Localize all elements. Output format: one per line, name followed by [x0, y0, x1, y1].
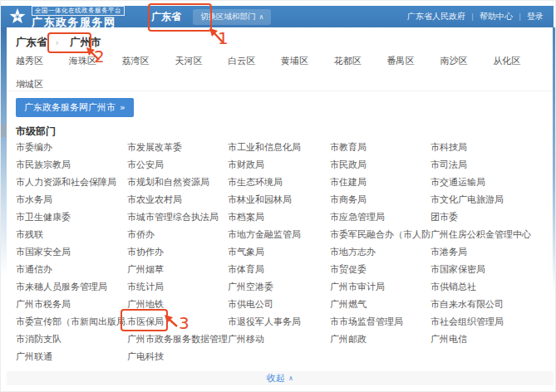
annotation-arrow-1 — [208, 27, 228, 45]
header-link[interactable]: 帮助中心 — [480, 11, 513, 22]
department-link[interactable]: 市港务局 — [431, 243, 539, 261]
department-link[interactable]: 市规划和自然资源局 — [127, 174, 228, 191]
breadcrumb-separator-icon: › — [56, 37, 59, 48]
department-link[interactable]: 市生态环境局 — [228, 174, 330, 191]
header-link[interactable]: 广东省人民政府 — [407, 11, 465, 22]
department-link[interactable]: 市地方志办 — [330, 243, 431, 261]
department-link[interactable]: 广州电信 — [431, 331, 539, 348]
department-link[interactable]: 市民族宗教局 — [16, 156, 127, 174]
department-link[interactable]: 广州烟草 — [127, 261, 228, 278]
department-link[interactable]: 团市委 — [431, 208, 539, 226]
department-link[interactable]: 市发展改革委 — [127, 139, 228, 156]
department-link[interactable]: 市委宣传部（市新闻出版局... — [16, 313, 127, 331]
switch-region-button[interactable]: 切换区域和部门 ∧ — [193, 9, 271, 25]
department-link[interactable]: 广州移动 — [228, 331, 330, 348]
district-tab[interactable]: 黄埔区 — [281, 55, 334, 67]
department-link[interactable]: 广州联通 — [16, 348, 127, 365]
header-link-separator: | — [471, 12, 474, 21]
department-link[interactable]: 市退役军人事务局 — [228, 313, 330, 331]
department-link[interactable]: 市应急管理局 — [330, 208, 431, 226]
department-link[interactable]: 市文化广电旅游局 — [431, 191, 539, 208]
department-link[interactable]: 市档案局 — [228, 208, 330, 226]
annotation-digit-1: 1 — [218, 30, 229, 47]
top-header: 全国一体化在线政务服务平台 广东政务服务网 广东省 切换区域和部门 ∧ 广东省人… — [1, 6, 554, 27]
department-link[interactable]: 市侨办 — [127, 226, 228, 243]
department-link[interactable]: 市教育局 — [330, 139, 431, 156]
department-link[interactable]: 广州市税务局 — [16, 296, 127, 313]
department-link[interactable]: 市体育局 — [228, 261, 330, 278]
portal-button[interactable]: 广东政务服务网广州市 » — [16, 98, 134, 117]
department-link[interactable]: 市委军民融合办（市人防办） — [330, 226, 431, 243]
district-tab[interactable]: 番禺区 — [387, 55, 440, 67]
collapse-label: 收起 — [267, 372, 285, 385]
department-link[interactable]: 市国家保密局 — [431, 261, 539, 278]
department-link[interactable]: 市地方金融监管局 — [228, 226, 330, 243]
department-link[interactable]: 市来穗人员服务管理局 — [16, 278, 127, 296]
department-link[interactable]: 广州住房公积金管理中心 — [431, 226, 539, 243]
site-brand: 全国一体化在线政务服务平台 广东政务服务网 — [32, 6, 125, 27]
collapse-button[interactable]: 收起 ∧ — [262, 371, 298, 385]
breadcrumb-city[interactable]: 广州市 — [67, 36, 101, 50]
left-scrollbar-thumb[interactable] — [1, 124, 7, 137]
department-link[interactable]: 市住建局 — [330, 174, 431, 191]
department-link[interactable]: 市交通运输局 — [431, 174, 539, 191]
district-tab[interactable]: 海珠区 — [69, 55, 122, 67]
department-link[interactable]: 市公安局 — [127, 156, 228, 174]
department-link[interactable]: 市国家安全局 — [16, 243, 127, 261]
right-scrollbar[interactable] — [553, 27, 555, 293]
department-link[interactable]: 市科技局 — [431, 139, 539, 156]
department-link[interactable]: 市财政局 — [228, 156, 330, 174]
department-link[interactable]: 市消防支队 — [16, 331, 127, 348]
site-name: 广东政务服务网 — [32, 17, 125, 27]
department-link[interactable]: 广州市政务服务数据管理局 — [127, 331, 228, 348]
left-scrollbar-track[interactable] — [1, 27, 7, 277]
district-tab[interactable]: 越秀区 — [16, 55, 69, 67]
header-province-label: 广东省 — [151, 10, 181, 24]
department-link[interactable]: 市统计局 — [127, 278, 228, 296]
department-link[interactable]: 市商务局 — [330, 191, 431, 208]
district-tab[interactable]: 白云区 — [228, 55, 281, 67]
department-link[interactable]: 市供电公司 — [228, 296, 330, 313]
department-link[interactable]: 市民政局 — [330, 156, 431, 174]
district-tab[interactable]: 天河区 — [175, 55, 228, 67]
department-link[interactable]: 市通信办 — [16, 261, 127, 278]
double-arrow-icon: » — [120, 102, 125, 113]
department-link[interactable]: 广州空港委 — [228, 278, 330, 296]
chevron-up-icon: ∧ — [259, 13, 264, 21]
department-link[interactable]: 广州地铁 — [127, 296, 228, 313]
department-link[interactable]: 市卫生健康委 — [16, 208, 127, 226]
department-link[interactable]: 市社会组织管理局 — [431, 313, 539, 331]
department-link[interactable]: 市农业农村局 — [127, 191, 228, 208]
department-link[interactable]: 市市场监督管理局 — [330, 313, 431, 331]
district-tab[interactable]: 南沙区 — [440, 55, 493, 67]
department-link[interactable]: 市人力资源和社会保障局 — [16, 174, 127, 191]
department-link[interactable]: 广州市审计局 — [330, 278, 431, 296]
department-link[interactable]: 广州燃气 — [330, 296, 431, 313]
district-tab[interactable]: 荔湾区 — [122, 55, 175, 67]
department-link[interactable]: 市协作办 — [127, 243, 228, 261]
header-link-separator: | — [519, 12, 521, 21]
department-link[interactable]: 市水务局 — [16, 191, 127, 208]
department-link[interactable]: 市司法局 — [431, 156, 539, 174]
department-link[interactable]: 广电科技 — [127, 348, 228, 365]
department-link[interactable]: 市残联 — [16, 226, 127, 243]
district-tab[interactable]: 从化区 — [493, 55, 546, 67]
department-link[interactable]: 市委编办 — [16, 139, 127, 156]
department-link[interactable]: 市气象局 — [228, 243, 330, 261]
department-link[interactable]: 市林业和园林局 — [228, 191, 330, 208]
department-link[interactable]: 市城市管理综合执法局 — [127, 208, 228, 226]
collapse-bar: 收起 ∧ — [7, 371, 554, 385]
district-tab[interactable]: 花都区 — [334, 55, 387, 67]
header-link[interactable]: 登录 — [527, 11, 544, 22]
department-link[interactable]: 市医保局 — [127, 313, 228, 331]
district-tab[interactable]: 增城区 — [16, 78, 69, 91]
department-link[interactable]: 市工业和信息化局 — [228, 139, 330, 156]
department-link[interactable]: 市自来水有限公司 — [431, 296, 539, 313]
department-link[interactable]: 广州邮政 — [330, 331, 431, 348]
department-grid: 市委编办市发展改革委市工业和信息化局市教育局市科技局市民族宗教局市公安局市财政局… — [16, 139, 539, 365]
chevron-up-icon: ∧ — [288, 375, 293, 382]
breadcrumb-province[interactable]: 广东省 — [16, 36, 47, 50]
department-link[interactable]: 市供销总社 — [431, 278, 539, 296]
department-link[interactable]: 市贸促委 — [330, 261, 431, 278]
divider — [7, 91, 552, 91]
